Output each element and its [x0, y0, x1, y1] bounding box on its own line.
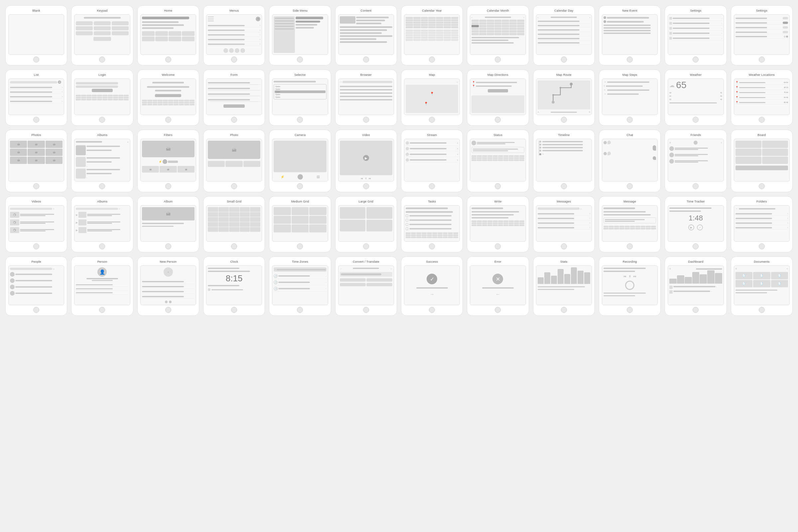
card-home-button-side-menu[interactable] — [297, 57, 303, 62]
phone-card-people[interactable]: People ⌕ — [5, 256, 67, 316]
card-home-button-map[interactable] — [429, 117, 435, 123]
card-home-button-login[interactable] — [99, 117, 105, 123]
phone-card-stream[interactable]: Stream + + — [401, 130, 463, 192]
phone-card-settings1[interactable]: Settings › › — [665, 5, 726, 65]
card-home-button-albums[interactable] — [99, 183, 105, 189]
card-home-button-people[interactable] — [33, 307, 39, 313]
card-home-button-album[interactable] — [165, 243, 171, 249]
phone-card-large-grid[interactable]: Large Grid — [335, 196, 397, 252]
phone-card-chat[interactable]: Chat — [599, 130, 661, 192]
phone-card-calendar-day[interactable]: Calendar Day ‹ › — [533, 5, 595, 65]
card-home-button-recording[interactable] — [627, 307, 633, 313]
phone-card-time-tracker[interactable]: Time Tracker 1:48 ▶ ✓ — [665, 196, 726, 252]
phone-card-tasks[interactable]: Tasks — [401, 196, 463, 252]
card-home-button-message[interactable] — [627, 243, 633, 249]
phone-card-small-grid[interactable]: Small Grid — [203, 196, 265, 252]
card-home-button-chat[interactable] — [627, 183, 633, 189]
card-home-button-board[interactable] — [759, 183, 765, 189]
card-home-button-list[interactable] — [33, 117, 39, 123]
card-home-button-stats[interactable] — [561, 307, 567, 313]
phone-card-side-menu[interactable]: Side Menu — [269, 5, 331, 65]
card-home-button-blank[interactable] — [33, 57, 39, 62]
phone-card-photos[interactable]: Photos 🏔 🏔 🏔 🏔 🏔 🏔 🏔 — [5, 130, 67, 192]
card-home-button-tasks[interactable] — [429, 243, 435, 249]
card-home-button-status[interactable] — [495, 183, 501, 189]
phone-card-documents[interactable]: Documents ≡ + 📄📄📄📄📄📄 — [731, 256, 793, 316]
phone-card-video[interactable]: Video ▶ ⏮ ⏸ ⏭ — [335, 130, 397, 192]
phone-card-list[interactable]: List + ›››› — [5, 70, 67, 126]
phone-card-albums2[interactable]: Albums ⌕ ▶ ▶ — [71, 196, 133, 252]
phone-card-calendar-month[interactable]: Calendar Month ‹ › — [467, 5, 529, 65]
card-home-button-videos[interactable] — [33, 243, 39, 249]
phone-card-album[interactable]: Album 🏔 — [137, 196, 199, 252]
phone-card-messages[interactable]: Messages ⌕ ›››› — [533, 196, 595, 252]
phone-card-videos[interactable]: Videos ⌕ ▶ ▶ — [5, 196, 67, 252]
card-home-button-content[interactable] — [363, 57, 369, 62]
phone-card-settings2[interactable]: Settings — [731, 5, 793, 65]
phone-card-person[interactable]: Person 👤 — [71, 256, 133, 316]
card-home-button-new-person[interactable] — [165, 307, 171, 313]
phone-card-recording[interactable]: Recording ⏮ ⏸ ⏭ — [599, 256, 661, 316]
phone-card-board[interactable]: Board — [731, 130, 793, 192]
card-home-button-write[interactable] — [495, 243, 501, 249]
card-home-button-map-directions[interactable] — [495, 117, 501, 123]
phone-card-keypad[interactable]: Keypad — [71, 5, 133, 65]
phone-card-status[interactable]: Status — [467, 130, 529, 192]
phone-card-camera[interactable]: Camera ⚡ 🖼 — [269, 130, 331, 192]
card-home-button-success[interactable] — [429, 307, 435, 313]
card-home-button-stream[interactable] — [429, 183, 435, 189]
phone-card-albums[interactable]: Albums + › — [71, 130, 133, 192]
phone-card-new-person[interactable]: New Person + — [137, 256, 199, 316]
phone-card-calendar-year[interactable]: Calendar Year — [401, 5, 463, 65]
card-home-button-convert-translate[interactable] — [363, 307, 369, 313]
phone-card-folders[interactable]: Folders ← ›››› — [731, 196, 793, 252]
card-home-button-filters[interactable] — [165, 183, 171, 189]
phone-card-home[interactable]: Home — [137, 5, 199, 65]
card-home-button-timeline[interactable] — [561, 183, 567, 189]
card-home-button-photos[interactable] — [33, 183, 39, 189]
phone-card-success[interactable]: Success ✓ → — [401, 256, 463, 316]
card-home-button-small-grid[interactable] — [231, 243, 237, 249]
phone-card-blank[interactable]: Blank — [5, 5, 67, 65]
card-home-button-friends[interactable] — [692, 183, 699, 189]
phone-card-timeline[interactable]: Timeline — [533, 130, 595, 192]
phone-card-convert-translate[interactable]: Convert / Translate ← → — [335, 256, 397, 316]
phone-card-form[interactable]: Form — [203, 70, 265, 126]
phone-card-map-steps[interactable]: Map Steps → ↑ ← → — [599, 70, 661, 126]
phone-card-new-event[interactable]: New Event — [599, 5, 661, 65]
card-home-button-error[interactable] — [495, 307, 501, 313]
phone-card-weather[interactable]: Weather ☁ 65 6846 6449 6548 — [665, 70, 726, 126]
card-home-button-person[interactable] — [99, 307, 105, 313]
card-home-button-photo[interactable] — [231, 183, 237, 189]
phone-card-map-directions[interactable]: Map Directions 📍 📍 — [467, 70, 529, 126]
card-home-button-calendar-day[interactable] — [561, 57, 567, 62]
card-home-button-welcome[interactable] — [165, 117, 171, 123]
card-home-button-home[interactable] — [165, 57, 171, 62]
phone-card-time-zones[interactable]: Time Zones + 🕐 › 🕐 › — [269, 256, 331, 316]
card-home-button-settings2[interactable] — [759, 57, 765, 62]
card-home-button-messages[interactable] — [561, 243, 567, 249]
phone-card-map[interactable]: Map ⌕ 📍 📍 — [401, 70, 463, 126]
phone-card-filters[interactable]: Filters 🏔 ⚡ 🏔🏔🏔 — [137, 130, 199, 192]
phone-card-login[interactable]: Login — [71, 70, 133, 126]
phone-card-content[interactable]: Content — [335, 5, 397, 65]
card-home-button-calendar-year[interactable] — [429, 57, 435, 62]
card-home-button-video[interactable] — [363, 183, 369, 189]
card-home-button-form[interactable] — [231, 117, 237, 123]
phone-card-welcome[interactable]: Welcome — [137, 70, 199, 126]
phone-card-medium-grid[interactable]: Medium Grid — [269, 196, 331, 252]
phone-card-photo[interactable]: Photo 🏔 — [203, 130, 265, 192]
phone-card-selector[interactable]: Selector OptionOptionOptionOptionOption — [269, 70, 331, 126]
card-home-button-weather-locations[interactable] — [759, 117, 765, 123]
phone-card-message[interactable]: Message — [599, 196, 661, 252]
phone-card-stats[interactable]: Stats — [533, 256, 595, 316]
phone-card-map-route[interactable]: Map Route A B — [533, 70, 595, 126]
card-home-button-keypad[interactable] — [99, 57, 105, 62]
phone-card-friends[interactable]: Friends ≡ + — [665, 130, 726, 192]
phone-card-write[interactable]: Write — [467, 196, 529, 252]
card-home-button-large-grid[interactable] — [363, 243, 369, 249]
card-home-button-browser[interactable] — [363, 117, 369, 123]
card-home-button-medium-grid[interactable] — [297, 243, 303, 249]
card-home-button-map-route[interactable] — [561, 117, 567, 123]
phone-card-error[interactable]: Error ✕ ← — [467, 256, 529, 316]
